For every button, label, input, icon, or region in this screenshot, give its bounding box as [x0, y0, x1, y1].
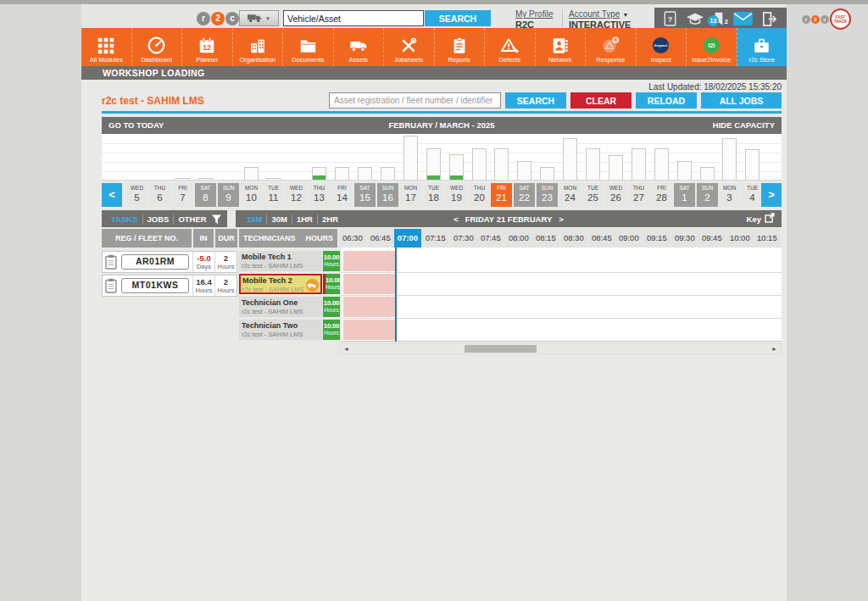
- day-cell-tue-25[interactable]: TUE25: [582, 183, 604, 207]
- hide-capacity-button[interactable]: HIDE CAPACITY: [713, 117, 775, 134]
- nav-item-jobsheets[interactable]: Jobsheets: [383, 28, 434, 66]
- nav-item-response[interactable]: 6Response: [585, 28, 636, 66]
- scroll-right-icon[interactable]: ►: [771, 344, 777, 354]
- next-week-button[interactable]: >: [761, 183, 782, 207]
- time-slot-09:00[interactable]: 09:00: [615, 229, 643, 248]
- vehicle-row-MT01KWS[interactable]: MT01KWS16.4Hours2Hours: [102, 275, 237, 297]
- messages-icon[interactable]: [733, 12, 753, 25]
- nav-item-dashboard[interactable]: Dashboard: [131, 28, 182, 66]
- next-day-button[interactable]: >: [559, 214, 564, 224]
- day-cell-sat-8[interactable]: SAT8: [195, 183, 216, 207]
- jobsheet-clipboard-icon[interactable]: [103, 254, 118, 270]
- unavailable-block[interactable]: [343, 251, 395, 271]
- day-cell-fri-21[interactable]: FRI21: [491, 183, 512, 207]
- time-slot-06:45[interactable]: 06:45: [367, 229, 394, 248]
- vehicle-asset-input[interactable]: [283, 10, 424, 26]
- vehicle-reg-plate[interactable]: AR01RM: [121, 254, 189, 270]
- day-cell-sat-22[interactable]: SAT22: [514, 183, 535, 207]
- prev-day-button[interactable]: <: [453, 214, 459, 224]
- day-cell-thu-13[interactable]: THU13: [309, 183, 330, 207]
- day-cell-tue-18[interactable]: TUE18: [423, 183, 444, 207]
- day-cell-wed-19[interactable]: WED19: [446, 183, 467, 207]
- search-button[interactable]: SEARCH: [505, 92, 566, 109]
- nav-item-store[interactable]: r2c Store: [737, 28, 787, 66]
- technician-row-4[interactable]: Technician Twor2c test - SAHIM LMS: [239, 320, 322, 340]
- time-slot-08:00[interactable]: 08:00: [505, 229, 532, 248]
- day-cell-thu-6[interactable]: THU6: [149, 183, 170, 207]
- horizontal-scrollbar[interactable]: ◄ ►: [339, 343, 782, 354]
- vehicle-row-AR01RM[interactable]: AR01RM-5.0Days2Hours: [102, 251, 237, 273]
- zoom-15m[interactable]: 15M: [242, 214, 267, 224]
- training-cap-icon[interactable]: [686, 11, 704, 26]
- nav-item-organisation[interactable]: Organisation: [232, 28, 283, 66]
- go-to-today-button[interactable]: GO TO TODAY: [108, 117, 164, 134]
- time-slot-08:45[interactable]: 08:45: [588, 229, 615, 248]
- day-cell-thu-20[interactable]: THU20: [469, 183, 490, 207]
- filter-other[interactable]: OTHER: [174, 214, 210, 224]
- scrollbar-thumb[interactable]: [465, 345, 537, 353]
- nav-item-planner[interactable]: 12Planner: [181, 28, 232, 66]
- zoom-30m[interactable]: 30M: [267, 214, 292, 224]
- zoom-2hr[interactable]: 2HR: [318, 214, 342, 224]
- nav-item-network[interactable]: Network: [535, 28, 586, 66]
- day-cell-wed-5[interactable]: WED5: [126, 183, 147, 207]
- nav-item-defects[interactable]: Defects: [484, 28, 535, 66]
- day-cell-fri-14[interactable]: FRI14: [331, 183, 353, 207]
- nav-item-assets[interactable]: Assets: [333, 28, 384, 66]
- zoom-1hr[interactable]: 1HR: [292, 214, 318, 224]
- unavailable-block[interactable]: [343, 274, 395, 294]
- my-profile-link[interactable]: My Profile R2C: [515, 9, 553, 30]
- day-cell-fri-7[interactable]: FRI7: [172, 183, 193, 207]
- day-cell-mon-17[interactable]: MON17: [400, 183, 421, 207]
- day-cell-sun-9[interactable]: SUN9: [218, 183, 239, 207]
- filter-tasks[interactable]: TASKS: [107, 214, 143, 224]
- day-cell-sun-2[interactable]: SUN2: [697, 183, 718, 207]
- notifications-icon[interactable]: 13 2: [713, 11, 725, 27]
- day-cell-wed-12[interactable]: WED12: [286, 183, 307, 207]
- asset-search-input[interactable]: [329, 92, 501, 109]
- time-slot-07:30[interactable]: 07:30: [450, 229, 477, 248]
- nav-item-reports[interactable]: Reports: [434, 28, 485, 66]
- scroll-left-icon[interactable]: ◄: [343, 344, 349, 354]
- time-slot-09:45[interactable]: 09:45: [698, 229, 726, 248]
- header-search-button[interactable]: SEARCH: [425, 10, 491, 26]
- day-cell-mon-24[interactable]: MON24: [559, 183, 581, 207]
- day-cell-fri-28[interactable]: FRI28: [651, 183, 672, 207]
- reload-button[interactable]: RELOAD: [636, 92, 697, 109]
- time-slot-10:00[interactable]: 10:00: [726, 229, 754, 248]
- day-cell-thu-27[interactable]: THU27: [628, 183, 649, 207]
- time-slot-10:15[interactable]: 10:15: [754, 229, 781, 248]
- logout-icon[interactable]: [761, 11, 777, 27]
- all-jobs-button[interactable]: ALL JOBS: [701, 92, 782, 109]
- day-cell-sat-15[interactable]: SAT15: [354, 183, 376, 207]
- key-button[interactable]: Key: [747, 213, 775, 225]
- clear-button[interactable]: CLEAR: [570, 92, 632, 109]
- day-cell-sun-23[interactable]: SUN23: [537, 183, 558, 207]
- vehicle-type-dropdown[interactable]: ▼: [239, 10, 279, 26]
- account-type-dropdown[interactable]: Account Type▼ INTERACTIVE: [569, 9, 631, 30]
- day-cell-mon-3[interactable]: MON3: [719, 183, 740, 207]
- day-cell-tue-11[interactable]: TUE11: [263, 183, 284, 207]
- technician-row-1[interactable]: Mobile Tech 1r2c test - SAHIM LMS: [239, 251, 322, 271]
- day-cell-sun-16[interactable]: SUN16: [377, 183, 398, 207]
- fast-track-logo[interactable]: r2c FASTTRACK: [802, 8, 851, 30]
- time-slot-09:15[interactable]: 09:15: [643, 229, 670, 248]
- time-slot-07:45[interactable]: 07:45: [477, 229, 504, 248]
- help-icon[interactable]: ?: [664, 10, 677, 27]
- time-slot-06:30[interactable]: 06:30: [339, 229, 366, 248]
- time-slot-08:15[interactable]: 08:15: [532, 229, 559, 248]
- day-cell-sat-1[interactable]: SAT1: [674, 183, 695, 207]
- nav-item-documents[interactable]: Documents: [282, 28, 333, 66]
- day-cell-wed-26[interactable]: WED26: [605, 183, 626, 207]
- filter-icon[interactable]: [211, 214, 222, 225]
- nav-item-i2i[interactable]: i2iIssue2Invoice: [686, 28, 737, 66]
- schedule-grid[interactable]: [342, 248, 782, 342]
- time-slot-09:30[interactable]: 09:30: [671, 229, 698, 248]
- filter-jobs[interactable]: JOBS: [143, 214, 175, 224]
- time-slot-07:00[interactable]: 07:00: [394, 229, 421, 248]
- technician-row-2[interactable]: Mobile Tech 2r2c test - SAHIM LMS: [239, 274, 322, 294]
- day-cell-mon-10[interactable]: MON10: [241, 183, 262, 207]
- unavailable-block[interactable]: [343, 320, 395, 340]
- day-cell-tue-4[interactable]: TUE4: [742, 183, 763, 207]
- unavailable-block[interactable]: [343, 297, 395, 317]
